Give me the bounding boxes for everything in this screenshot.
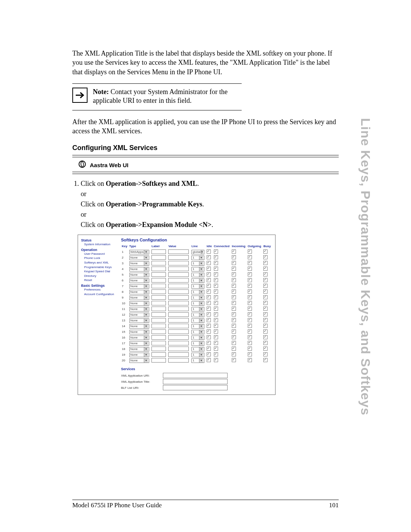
checkbox[interactable] — [248, 301, 252, 305]
checkbox[interactable] — [263, 352, 268, 356]
select[interactable]: None▾ — [129, 330, 149, 334]
select[interactable]: 1▾ — [191, 318, 204, 323]
checkbox[interactable] — [207, 278, 211, 282]
checkbox[interactable] — [263, 255, 268, 259]
checkbox[interactable] — [232, 289, 236, 294]
select[interactable]: 1▾ — [191, 278, 204, 283]
checkbox[interactable] — [248, 295, 252, 299]
nav-system-information[interactable]: System Information — [84, 242, 117, 247]
checkbox[interactable] — [232, 255, 236, 259]
checkbox[interactable] — [207, 335, 211, 339]
value-input[interactable] — [168, 295, 189, 300]
label-input[interactable] — [151, 267, 166, 271]
checkbox[interactable] — [214, 284, 218, 288]
checkbox[interactable] — [207, 284, 211, 288]
checkbox[interactable] — [248, 312, 252, 316]
label-input[interactable] — [151, 284, 166, 288]
checkbox[interactable] — [263, 318, 268, 322]
checkbox[interactable] — [248, 307, 252, 311]
checkbox[interactable] — [207, 318, 211, 322]
select[interactable]: None▾ — [129, 278, 149, 283]
select[interactable]: 1▾ — [191, 347, 204, 351]
nav-basic-settings[interactable]: Basic Settings — [81, 284, 117, 288]
select[interactable]: None▾ — [129, 353, 149, 357]
label-input[interactable] — [151, 289, 166, 294]
value-input[interactable] — [168, 249, 189, 254]
checkbox[interactable] — [214, 335, 218, 339]
checkbox[interactable] — [232, 249, 236, 254]
nav-item[interactable]: Programmable Keys — [84, 265, 117, 270]
checkbox[interactable] — [248, 352, 252, 356]
checkbox[interactable] — [248, 318, 252, 322]
checkbox[interactable] — [214, 295, 218, 299]
value-input[interactable] — [168, 347, 189, 351]
value-input[interactable] — [168, 329, 189, 334]
select[interactable]: 1▾ — [191, 296, 204, 300]
checkbox[interactable] — [207, 324, 211, 328]
checkbox[interactable] — [207, 352, 211, 356]
value-input[interactable] — [168, 267, 189, 271]
checkbox[interactable] — [248, 289, 252, 294]
checkbox[interactable] — [207, 272, 211, 276]
value-input[interactable] — [168, 318, 189, 323]
select[interactable]: None▾ — [129, 341, 149, 346]
checkbox[interactable] — [263, 347, 268, 351]
checkbox[interactable] — [207, 307, 211, 311]
checkbox[interactable] — [232, 341, 236, 345]
checkbox[interactable] — [263, 335, 268, 339]
select[interactable]: None▾ — [129, 273, 149, 277]
checkbox[interactable] — [214, 318, 218, 322]
label-input[interactable] — [151, 335, 166, 340]
checkbox[interactable] — [248, 267, 252, 271]
checkbox[interactable] — [232, 267, 236, 271]
label-input[interactable] — [151, 278, 166, 283]
value-input[interactable] — [168, 358, 189, 363]
checkbox[interactable] — [207, 255, 211, 259]
label-input[interactable] — [151, 255, 166, 260]
value-input[interactable] — [168, 307, 189, 311]
checkbox[interactable] — [214, 358, 218, 362]
checkbox[interactable] — [248, 284, 252, 288]
checkbox[interactable] — [248, 347, 252, 351]
label-input[interactable] — [151, 249, 166, 254]
select[interactable]: 1▾ — [191, 358, 204, 363]
checkbox[interactable] — [263, 295, 268, 299]
checkbox[interactable] — [248, 341, 252, 345]
label-input[interactable] — [151, 295, 166, 300]
checkbox[interactable] — [207, 295, 211, 299]
checkbox[interactable] — [232, 347, 236, 351]
xml-app-title-input[interactable] — [163, 379, 228, 384]
select[interactable]: None▾ — [129, 358, 149, 363]
nav-item[interactable]: Directory — [84, 274, 117, 278]
checkbox[interactable] — [248, 358, 252, 362]
select[interactable]: 1▾ — [191, 324, 204, 329]
select[interactable]: 1▾ — [191, 313, 204, 317]
checkbox[interactable] — [214, 272, 218, 276]
checkbox[interactable] — [248, 272, 252, 276]
label-input[interactable] — [151, 272, 166, 277]
label-input[interactable] — [151, 318, 166, 323]
checkbox[interactable] — [248, 261, 252, 265]
select[interactable]: None▾ — [129, 290, 149, 294]
checkbox[interactable] — [214, 352, 218, 356]
checkbox[interactable] — [232, 295, 236, 299]
nav-operation[interactable]: Operation — [81, 248, 117, 252]
checkbox[interactable] — [263, 341, 268, 345]
value-input[interactable] — [168, 261, 189, 265]
checkbox[interactable] — [214, 347, 218, 351]
label-input[interactable] — [151, 324, 166, 328]
checkbox[interactable] — [248, 255, 252, 259]
checkbox[interactable] — [214, 324, 218, 328]
nav-item[interactable]: Keypad Speed Dial — [84, 269, 117, 274]
checkbox[interactable] — [232, 312, 236, 316]
checkbox[interactable] — [214, 267, 218, 271]
checkbox[interactable] — [207, 347, 211, 351]
checkbox[interactable] — [248, 329, 252, 334]
checkbox[interactable] — [248, 324, 252, 328]
checkbox[interactable] — [207, 312, 211, 316]
label-input[interactable] — [151, 307, 166, 311]
checkbox[interactable] — [207, 301, 211, 305]
checkbox[interactable] — [263, 312, 268, 316]
select[interactable]: 1▾ — [191, 330, 204, 334]
checkbox[interactable] — [214, 261, 218, 265]
